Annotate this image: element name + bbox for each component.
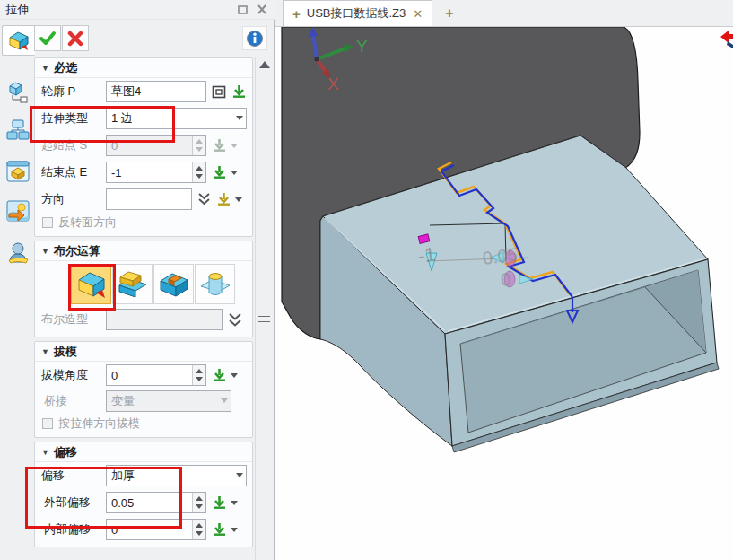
flip-face-label: 反转面方向 — [58, 214, 117, 231]
boolean-shape-input — [106, 309, 223, 330]
bridge-label: 桥接 — [44, 393, 106, 409]
section-draft-header[interactable]: ▼ 拔模 — [35, 342, 252, 362]
document-tabbar: + USB接口数据线.Z3 ✕ + — [275, 0, 733, 27]
inner-offset-label: 内部偏移 — [44, 521, 106, 538]
copy-icon[interactable] — [212, 85, 226, 99]
chevron-down-icon[interactable] — [235, 197, 242, 202]
boolean-add-icon[interactable] — [112, 264, 153, 304]
spinner[interactable] — [192, 162, 205, 182]
side-tab-strip — [0, 20, 34, 560]
collapse-icon: ▼ — [41, 64, 49, 73]
confirm-button[interactable] — [34, 25, 61, 51]
outer-offset-label: 外部偏移 — [44, 494, 106, 511]
panel-titlebar: 拉伸 — [0, 0, 275, 20]
chevron-down-icon[interactable] — [236, 116, 243, 120]
pick-arrow-icon[interactable] — [212, 522, 227, 537]
direction-input[interactable] — [106, 188, 192, 210]
user-icon[interactable] — [2, 237, 33, 267]
chevron-down-icon[interactable] — [231, 373, 238, 378]
draft-angle-label: 拔模角度 — [41, 367, 106, 383]
boolean-subtract-icon[interactable] — [153, 264, 194, 304]
double-chevron-icon[interactable] — [228, 312, 242, 328]
chevron-down-icon[interactable] — [231, 528, 238, 532]
manager-cube-icon[interactable] — [2, 77, 33, 108]
profile-input[interactable] — [106, 81, 206, 102]
panel-content: ▼ 必选 轮廓 P 拉伸类型 — [34, 20, 255, 560]
collapse-icon: ▼ — [41, 247, 49, 256]
offset-type-select[interactable] — [106, 465, 247, 486]
document-tab[interactable]: + USB接口数据线.Z3 ✕ — [283, 0, 432, 26]
spinner[interactable] — [192, 365, 205, 385]
application-window: 拉伸 — [0, 0, 733, 560]
new-tab-button[interactable]: + — [445, 5, 453, 22]
spinner[interactable] — [192, 493, 205, 512]
extrude-type-select[interactable] — [106, 108, 247, 129]
boolean-shape-label: 布尔造型 — [41, 311, 106, 328]
extrude-panel: 拉伸 — [0, 0, 275, 560]
chevron-down-icon[interactable] — [236, 473, 243, 477]
direction-label: 方向 — [41, 191, 106, 207]
chevron-down-icon[interactable] — [231, 171, 238, 175]
restore-icon[interactable] — [235, 4, 249, 16]
pick-arrow-icon[interactable] — [212, 495, 227, 510]
section-offset-header[interactable]: ▼ 偏移 — [35, 442, 252, 462]
axis-y-label: Y — [356, 37, 368, 56]
pick-arrow-icon[interactable] — [212, 165, 227, 179]
spinner[interactable] — [192, 520, 205, 539]
boolean-base-icon[interactable] — [71, 264, 111, 304]
panel-sections: ▼ 必选 轮廓 P 拉伸类型 — [34, 57, 253, 551]
bridge-select — [106, 390, 231, 412]
offset-type-label: 偏移 — [41, 468, 106, 484]
hierarchy-icon[interactable] — [2, 115, 33, 145]
document-area: + USB接口数据线.Z3 ✕ + — [275, 0, 733, 560]
pick-arrow-disabled-icon — [212, 138, 227, 153]
end-distance-value: -1 — [416, 242, 437, 267]
panel-toggle-arrow-icon[interactable] — [720, 31, 733, 48]
info-button[interactable] — [242, 26, 267, 50]
tab-plus-icon: + — [292, 6, 301, 22]
extrude-icon[interactable] — [2, 25, 35, 56]
spinner — [192, 136, 205, 155]
start-point-label: 起始点 S — [41, 137, 106, 153]
section-offset: ▼ 偏移 偏移 外部偏移 — [34, 442, 253, 547]
chevron-down-icon — [231, 144, 238, 148]
cancel-button[interactable] — [62, 25, 89, 51]
3d-scene: -1 0.05 0 — [275, 27, 733, 560]
chevron-down-icon — [221, 398, 228, 403]
axis-x-label: X — [327, 74, 339, 93]
draft-by-direction-checkbox — [42, 418, 53, 429]
section-boolean: ▼ 布尔运算 — [34, 241, 253, 337]
pick-arrow-icon[interactable] — [231, 84, 247, 99]
section-required: ▼ 必选 轮廓 P 拉伸类型 — [34, 57, 253, 237]
section-draft: ▼ 拔模 拔模角度 桥接 — [34, 341, 253, 438]
tab-close-icon[interactable]: ✕ — [413, 7, 423, 21]
splitter-grip[interactable] — [258, 314, 270, 324]
extrude-type-label: 拉伸类型 — [41, 110, 106, 127]
collapse-icon: ▼ — [41, 347, 49, 356]
end-point-label: 结束点 E — [41, 164, 106, 180]
scene-image-icon[interactable] — [2, 196, 33, 226]
section-required-header[interactable]: ▼ 必选 — [35, 58, 252, 78]
panel-toolbar — [34, 20, 255, 56]
scroll-up-icon[interactable] — [259, 61, 270, 68]
panel-scrollbar[interactable] — [255, 57, 273, 560]
pick-arrow-yellow-icon[interactable] — [216, 192, 231, 206]
solid-window-icon[interactable] — [2, 156, 33, 187]
panel-title: 拉伸 — [5, 2, 230, 18]
draft-by-direction-label: 按拉伸方向拔模 — [58, 416, 140, 432]
boolean-mode-group — [35, 261, 252, 306]
collapse-icon: ▼ — [41, 448, 49, 457]
boolean-intersect-icon[interactable] — [195, 264, 235, 304]
section-boolean-header[interactable]: ▼ 布尔运算 — [35, 241, 252, 261]
tab-title: USB接口数据线.Z3 — [307, 5, 406, 22]
chevron-down-icon[interactable] — [231, 501, 238, 505]
profile-label: 轮廓 P — [41, 83, 106, 100]
3d-viewport[interactable]: -1 0.05 0 — [275, 27, 733, 560]
flip-face-checkbox — [42, 217, 53, 228]
double-chevron-icon[interactable] — [197, 192, 211, 206]
close-icon[interactable] — [255, 4, 269, 16]
pick-arrow-icon[interactable] — [212, 368, 227, 382]
